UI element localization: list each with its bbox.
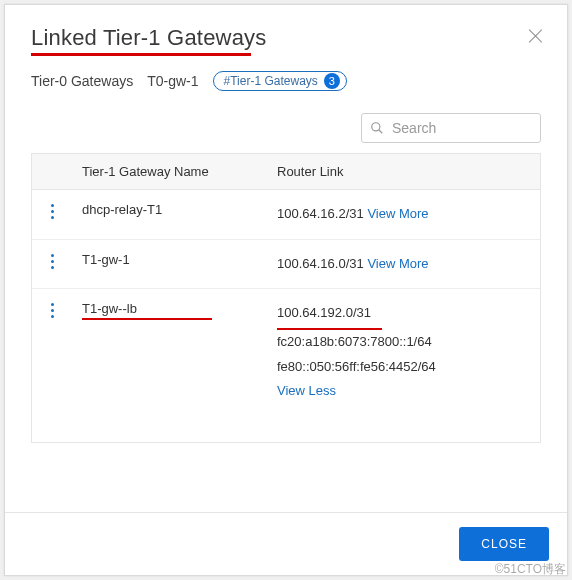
breadcrumb-root[interactable]: Tier-0 Gateways (31, 73, 133, 89)
router-address: 100.64.16.2/31 (277, 206, 364, 221)
gateway-table: Tier-1 Gateway Name Router Link dhcp-rel… (31, 153, 541, 443)
cell-name-text: T1-gw--lb (82, 301, 137, 316)
col-actions (32, 154, 72, 174)
search-icon (370, 121, 384, 135)
close-button[interactable]: CLOSE (459, 527, 549, 561)
kebab-icon[interactable] (32, 240, 72, 269)
router-address: 100.64.192.0/31 (277, 305, 371, 320)
chip-count-badge: 3 (324, 73, 340, 89)
modal-footer: CLOSE (5, 512, 567, 575)
router-address: 100.64.16.0/31 (277, 256, 364, 271)
cell-routerlink: 100.64.192.0/31 fc20:a18b:6073:7800::1/6… (267, 289, 540, 416)
view-toggle-link[interactable]: View More (367, 206, 428, 221)
search-box[interactable] (361, 113, 541, 143)
breadcrumb-chip[interactable]: #Tier-1 Gateways 3 (213, 71, 347, 91)
table-row: dhcp-relay-T1 100.64.16.2/31 View More (32, 190, 540, 240)
cell-name: dhcp-relay-T1 (72, 190, 267, 229)
cell-routerlink: 100.64.16.0/31 View More (267, 240, 540, 289)
search-row (5, 97, 567, 153)
breadcrumb: Tier-0 Gateways T0-gw-1 #Tier-1 Gateways… (5, 61, 567, 97)
router-address: fe80::050:56ff:fe56:4452/64 (277, 355, 530, 380)
modal-header: Linked Tier-1 Gateways (5, 5, 567, 61)
col-name: Tier-1 Gateway Name (72, 154, 267, 189)
modal-title: Linked Tier-1 Gateways (31, 25, 541, 51)
cell-name: T1-gw-1 (72, 240, 267, 279)
cell-name: T1-gw--lb (72, 289, 267, 332)
view-toggle-link[interactable]: View Less (277, 379, 530, 404)
table-row: T1-gw-1 100.64.16.0/31 View More (32, 240, 540, 290)
breadcrumb-gateway[interactable]: T0-gw-1 (147, 73, 198, 89)
search-input[interactable] (390, 119, 532, 137)
view-toggle-link[interactable]: View More (367, 256, 428, 271)
svg-line-1 (379, 130, 383, 134)
close-icon[interactable] (527, 27, 545, 45)
kebab-icon[interactable] (32, 190, 72, 219)
svg-point-0 (372, 123, 380, 131)
watermark: ©51CTO博客 (495, 561, 566, 578)
modal: Linked Tier-1 Gateways Tier-0 Gateways T… (4, 4, 568, 576)
annotation-underline-title (31, 53, 251, 56)
kebab-icon[interactable] (32, 289, 72, 318)
table-header: Tier-1 Gateway Name Router Link (32, 154, 540, 190)
table-row: T1-gw--lb 100.64.192.0/31 fc20:a18b:6073… (32, 289, 540, 416)
col-routerlink: Router Link (267, 154, 540, 189)
cell-routerlink: 100.64.16.2/31 View More (267, 190, 540, 239)
router-address: fc20:a18b:6073:7800::1/64 (277, 330, 530, 355)
chip-label: #Tier-1 Gateways (224, 74, 318, 88)
annotation-underline-name (82, 318, 212, 320)
